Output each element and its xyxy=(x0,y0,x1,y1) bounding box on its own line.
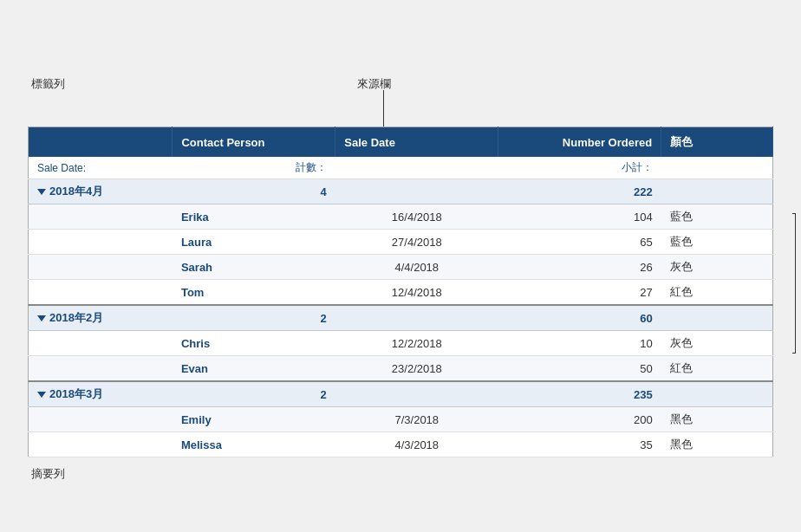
row-date: 4/3/2018 xyxy=(335,432,498,457)
group-count: 2 xyxy=(173,381,335,407)
group-collapse-cell[interactable]: 2018年3月 xyxy=(29,381,173,407)
table-wrapper: Contact Person Sale Date Number Ordered … xyxy=(28,127,773,457)
row-name: Melissa xyxy=(173,432,335,457)
data-table: Contact Person Sale Date Number Ordered … xyxy=(28,127,773,457)
row-date: 16/4/2018 xyxy=(335,204,498,230)
group-date-empty xyxy=(335,179,498,204)
row-name: Tom xyxy=(173,280,335,306)
summary-col3 xyxy=(335,157,498,179)
table-row: Erika16/4/2018104藍色 xyxy=(29,204,773,230)
table-row: Evan23/2/201850紅色 xyxy=(29,356,773,382)
group-label: 2018年2月 xyxy=(49,311,103,324)
header-col2: Contact Person xyxy=(173,127,335,158)
row-empty xyxy=(29,230,173,255)
row-color: 紅色 xyxy=(661,356,773,382)
row-number: 104 xyxy=(498,204,661,230)
triangle-icon xyxy=(37,392,46,398)
group-color-empty xyxy=(661,305,773,331)
row-name: Chris xyxy=(173,331,335,356)
group-count: 2 xyxy=(173,305,335,331)
row-empty xyxy=(29,331,173,356)
row-empty xyxy=(29,204,173,230)
header-col3: Sale Date xyxy=(335,127,498,158)
row-date: 12/2/2018 xyxy=(335,331,498,356)
group-subtotal: 222 xyxy=(498,179,661,204)
group-date-empty xyxy=(335,381,498,407)
row-empty xyxy=(29,432,173,457)
laiyuan-line xyxy=(383,90,384,127)
summary-col4: 小計： xyxy=(498,157,661,179)
group-count: 4 xyxy=(173,179,335,204)
triangle-icon xyxy=(37,189,46,195)
annotation-biaoji: 標籤列 xyxy=(31,76,65,92)
summary-col5 xyxy=(661,157,773,179)
group-subtotal: 235 xyxy=(498,381,661,407)
row-name: Emily xyxy=(173,407,335,432)
row-date: 12/4/2018 xyxy=(335,280,498,306)
row-empty xyxy=(29,356,173,382)
summary-label-row: Sale Date: 計數： 小計： xyxy=(29,157,773,179)
group-collapse-cell[interactable]: 2018年4月 xyxy=(29,179,173,204)
annotation-yaiyao: 摘要列 xyxy=(31,466,65,482)
group-label: 2018年4月 xyxy=(49,185,103,198)
row-number: 26 xyxy=(498,255,661,280)
group-collapse-cell[interactable]: 2018年2月 xyxy=(29,305,173,331)
group-header-row: 2018年3月2235 xyxy=(29,381,773,407)
row-number: 35 xyxy=(498,432,661,457)
summary-col2: 計數： xyxy=(173,157,335,179)
row-color: 灰色 xyxy=(661,255,773,280)
row-number: 27 xyxy=(498,280,661,306)
row-name: Erika xyxy=(173,204,335,230)
outer-wrapper: 標籤列 來源欄 Contact Person Sale Date Number … xyxy=(28,127,773,457)
qunzu-brace: 群組 xyxy=(795,213,801,354)
table-row: Chris12/2/201810灰色 xyxy=(29,331,773,356)
table-row: Sarah4/4/201826灰色 xyxy=(29,255,773,280)
row-color: 藍色 xyxy=(661,204,773,230)
row-number: 65 xyxy=(498,230,661,255)
row-number: 10 xyxy=(498,331,661,356)
header-col5: 顏色 xyxy=(661,127,773,158)
row-name: Sarah xyxy=(173,255,335,280)
row-date: 23/2/2018 xyxy=(335,356,498,382)
row-color: 紅色 xyxy=(661,280,773,306)
brace-line xyxy=(795,213,796,354)
row-color: 藍色 xyxy=(661,230,773,255)
row-empty xyxy=(29,407,173,432)
header-col4: Number Ordered xyxy=(498,127,661,158)
row-name: Evan xyxy=(173,356,335,382)
group-header-row: 2018年2月260 xyxy=(29,305,773,331)
row-name: Laura xyxy=(173,230,335,255)
annotation-laiyuan: 來源欄 xyxy=(357,76,391,92)
header-col1 xyxy=(29,127,173,158)
row-color: 黑色 xyxy=(661,432,773,457)
group-header-row: 2018年4月4222 xyxy=(29,179,773,204)
row-date: 4/4/2018 xyxy=(335,255,498,280)
group-color-empty xyxy=(661,381,773,407)
table-row: Melissa4/3/201835黑色 xyxy=(29,432,773,457)
row-date: 7/3/2018 xyxy=(335,407,498,432)
table-row: Tom12/4/201827紅色 xyxy=(29,280,773,306)
row-empty xyxy=(29,280,173,306)
row-color: 黑色 xyxy=(661,407,773,432)
group-label: 2018年3月 xyxy=(49,387,103,400)
triangle-icon xyxy=(37,315,46,321)
group-color-empty xyxy=(661,179,773,204)
group-date-empty xyxy=(335,305,498,331)
row-color: 灰色 xyxy=(661,331,773,356)
table-row: Emily7/3/2018200黑色 xyxy=(29,407,773,432)
row-date: 27/4/2018 xyxy=(335,230,498,255)
row-empty xyxy=(29,255,173,280)
group-subtotal: 60 xyxy=(498,305,661,331)
row-number: 200 xyxy=(498,407,661,432)
table-row: Laura27/4/201865藍色 xyxy=(29,230,773,255)
row-number: 50 xyxy=(498,356,661,382)
summary-col1: Sale Date: xyxy=(29,157,173,179)
header-row: Contact Person Sale Date Number Ordered … xyxy=(29,127,773,158)
